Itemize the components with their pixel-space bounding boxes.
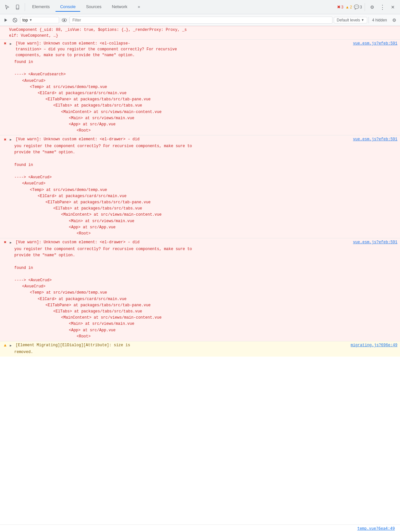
error-icon: ✖ xyxy=(337,5,341,9)
expand-triangle-warn[interactable]: ▶ xyxy=(10,343,14,348)
error-text-2: [Vue warn]: Unknown custom element: <el-… xyxy=(16,136,348,142)
hidden-count: 4 hidden xyxy=(370,18,389,22)
error-icon-1: ✖ xyxy=(3,41,8,46)
error-icon-2: ✖ xyxy=(3,137,8,142)
context-value: top xyxy=(22,18,28,22)
expand-triangle-2[interactable]: ▶ xyxy=(10,137,14,142)
devtools-topbar: Elements Console Sources Network » ✖ 3 ▲… xyxy=(0,0,400,14)
warn-link-1[interactable]: migrating.js?696e:49 xyxy=(345,342,397,348)
stack-1-6: <MainContent> at src/views/main-content.… xyxy=(61,109,397,115)
stack-2-8: <App> at src/App.vue xyxy=(69,224,397,231)
error-body-1: found in ----> <AvueCrudsearch> <AvueCru… xyxy=(0,59,400,135)
tab-network[interactable]: Network xyxy=(107,2,132,12)
warn-text-1: [Element Migrating][ElDialog][Attribute]… xyxy=(16,342,345,348)
stack-1-5: <ElTabs> at packages/tabs/src/tabs.vue xyxy=(53,103,397,109)
svg-point-6 xyxy=(64,19,65,21)
error-link-2[interactable]: vue.esm.js?efeb:591 xyxy=(348,136,397,142)
found-in-2: found in xyxy=(14,162,397,168)
status-badges: ✖ 3 ▲ 2 💬 3 xyxy=(337,5,362,9)
stack-3-9: <Root> xyxy=(77,334,397,340)
bottom-bar: temp.vue?6ea4:49 xyxy=(0,525,400,532)
stack-1-2: <Temp> at src/views/demo/temp.vue xyxy=(30,84,397,90)
partial-line2: elf: VueComponent, …} xyxy=(9,33,397,39)
stack-3-5: <ElTabs> at packages/tabs/src/tabs.vue xyxy=(53,309,397,315)
stack-3-1: <AvueCrud> xyxy=(22,284,397,290)
stack-2-3: <ElCard> at packages/card/src/main.vue xyxy=(38,193,397,199)
stack-2-6: <MainContent> at src/views/main-content.… xyxy=(61,212,397,218)
error-icon-3: ✖ xyxy=(3,240,8,245)
filter-input[interactable] xyxy=(69,17,332,24)
more-icon[interactable]: ⋮ xyxy=(378,3,387,12)
bottom-spacer xyxy=(0,357,400,376)
stack-2-4: <ElTabPane> at packages/tabs/src/tab-pan… xyxy=(45,199,397,206)
warn-badge[interactable]: ▲ 2 xyxy=(345,5,352,9)
info-badge[interactable]: 💬 3 xyxy=(354,5,362,9)
divider2 xyxy=(365,3,365,11)
error-message-3: ✖ ▶ [Vue warn]: Unknown custom element: … xyxy=(0,238,400,341)
warn-icon-1: ▲ xyxy=(3,343,8,348)
error-link-3[interactable]: vue.esm.js?efeb:591 xyxy=(348,239,397,245)
stack-2-1: <AvueCrud> xyxy=(22,181,397,187)
error-body-3: you register the component correctly? Fo… xyxy=(0,246,400,341)
stack-1-8: <App> at src/App.vue xyxy=(69,121,397,128)
stack-3-6: <MainContent> at src/views/main-content.… xyxy=(61,315,397,321)
stop-icon[interactable] xyxy=(11,16,19,24)
stack-2-7: <Main> at src/views/main.vue xyxy=(69,218,397,224)
tab-console[interactable]: Console xyxy=(56,2,80,12)
tab-more[interactable]: » xyxy=(133,2,144,12)
levels-label: Default levels xyxy=(337,18,360,22)
stack-3-2: <Temp> at src/views/demo/temp.vue xyxy=(30,290,397,296)
svg-rect-0 xyxy=(16,5,19,9)
play-icon[interactable] xyxy=(2,16,10,24)
error-text-2-cont: you register the component correctly? Fo… xyxy=(14,143,397,156)
expand-triangle-3[interactable]: ▶ xyxy=(10,240,14,245)
stack-2-2: <Temp> at src/views/demo/temp.vue xyxy=(30,187,397,193)
info-count: 3 xyxy=(360,5,362,9)
warn-icon: ▲ xyxy=(345,5,349,9)
error-link-1[interactable]: vue.esm.js?efeb:591 xyxy=(348,41,397,46)
warn-body-1: removed. xyxy=(0,349,400,357)
error-message-1: ✖ ▶ [Vue warn]: Unknown custom element: … xyxy=(0,39,400,135)
context-selector[interactable]: top ▼ xyxy=(20,17,59,23)
error-header-3: ✖ ▶ [Vue warn]: Unknown custom element: … xyxy=(0,238,400,246)
chevron-down-icon: ▼ xyxy=(29,18,32,22)
tab-elements[interactable]: Elements xyxy=(28,2,54,12)
warn-message-1: ▲ ▶ [Element Migrating][ElDialog][Attrib… xyxy=(0,341,400,357)
tab-sources[interactable]: Sources xyxy=(81,2,106,12)
stack-3-3: <ElCard> at packages/card/src/main.vue xyxy=(38,296,397,302)
stack-2-9: <Root> xyxy=(77,231,397,237)
cursor-icon[interactable] xyxy=(3,3,12,12)
close-icon[interactable]: ✕ xyxy=(388,3,397,12)
error-count: 3 xyxy=(341,5,344,9)
stack-1-7: <Main> at src/views/main.vue xyxy=(69,115,397,121)
svg-marker-2 xyxy=(5,19,7,22)
stack-2-5: <ElTabs> at packages/tabs/src/tabs.vue xyxy=(53,206,397,212)
stack-3-4: <ElTabPane> at packages/tabs/src/tab-pan… xyxy=(45,302,397,309)
error-text-3-cont: you register the component correctly? Fo… xyxy=(14,246,397,259)
error-text-1: [Vue warn]: Unknown custom element: <el-… xyxy=(16,41,348,58)
console-toolbar: top ▼ Default levels ▼ 4 hidden ⚙ xyxy=(0,14,400,26)
partial-message: VueComponent {_uid: 88, _isVue: true, $o… xyxy=(0,26,400,39)
divider xyxy=(25,3,25,11)
console-content: VueComponent {_uid: 88, _isVue: true, $o… xyxy=(0,26,400,376)
eye-icon[interactable] xyxy=(60,16,68,24)
stack-1-0: ----> <AvueCrudsearch> xyxy=(14,71,397,78)
stack-3-0: ----> <AvueCrud> xyxy=(14,277,397,284)
mobile-icon[interactable] xyxy=(13,3,22,12)
error-header-1: ✖ ▶ [Vue warn]: Unknown custom element: … xyxy=(0,40,400,59)
stack-1-9: <Root> xyxy=(77,128,397,134)
divider3 xyxy=(369,17,369,23)
error-badge[interactable]: ✖ 3 xyxy=(337,5,344,9)
stack-2-0: ----> <AvueCrud> xyxy=(14,174,397,181)
expand-triangle-1[interactable]: ▶ xyxy=(10,42,14,46)
settings-icon[interactable]: ⚙ xyxy=(368,3,377,12)
levels-dropdown[interactable]: Default levels ▼ xyxy=(334,17,367,23)
stack-1-4: <ElTabPane> at packages/tabs/src/tab-pan… xyxy=(45,96,397,103)
console-settings-icon[interactable]: ⚙ xyxy=(390,16,398,24)
stack-3-7: <Main> at src/views/main.vue xyxy=(69,321,397,327)
levels-chevron-icon: ▼ xyxy=(361,18,364,22)
warn-text-cont: removed. xyxy=(14,349,397,355)
stack-1-1: <AvueCrud> xyxy=(22,78,397,84)
bottom-link[interactable]: temp.vue?6ea4:49 xyxy=(357,526,395,531)
partial-line1: VueComponent {_uid: 88, _isVue: true, $o… xyxy=(9,27,397,33)
